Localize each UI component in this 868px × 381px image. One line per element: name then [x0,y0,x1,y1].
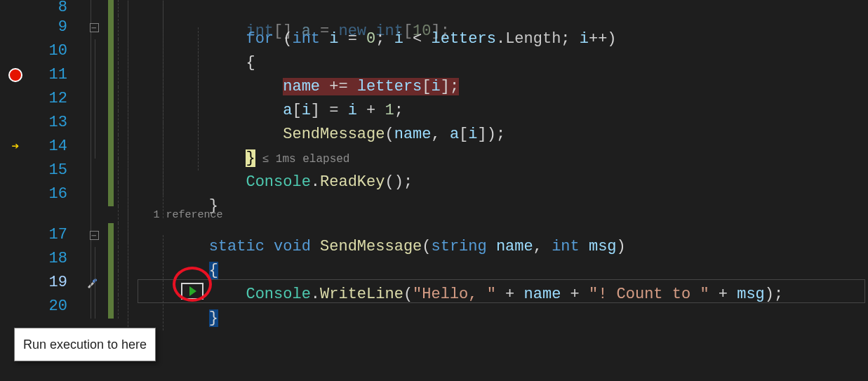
breakpoint-gutter[interactable] [0,111,31,135]
change-indicator [108,295,114,319]
breakpoint-gutter[interactable] [0,182,31,206]
change-indicator [108,111,114,135]
line-number: 13 [31,111,80,135]
change-indicator [108,159,114,182]
breakpoint-gutter[interactable] [0,223,31,247]
change-indicator [108,182,114,206]
line-number: 15 [31,159,80,182]
code-line[interactable]: 20 } [0,295,868,319]
breakpoint-gutter[interactable] [0,295,31,319]
fold-gutter[interactable]: − [80,223,108,247]
fold-gutter[interactable] [80,159,108,182]
run-to-here-button[interactable] [181,283,203,300]
change-indicator [108,247,114,271]
breakpoint-gutter[interactable] [0,87,31,111]
fold-gutter[interactable] [80,63,108,87]
change-indicator [108,0,114,15]
change-indicator [108,15,114,39]
fold-gutter[interactable] [80,182,108,206]
fold-gutter[interactable] [80,39,108,63]
line-number: 17 [31,223,80,247]
line-number: 12 [31,87,80,111]
fold-gutter[interactable] [80,135,108,159]
line-number: 9 [31,15,80,39]
breakpoint-gutter[interactable] [0,15,31,39]
fold-gutter[interactable] [80,111,108,135]
breakpoint-gutter[interactable]: ➔ [0,135,31,159]
fold-gutter[interactable]: − [80,15,108,39]
fold-gutter[interactable] [80,0,108,15]
change-indicator [108,223,114,247]
breakpoint-gutter[interactable] [0,247,31,271]
fold-gutter[interactable] [80,295,108,319]
change-indicator [108,63,114,87]
breakpoint-gutter[interactable] [0,271,31,295]
line-number: 11 [31,63,80,87]
fold-gutter[interactable] [80,87,108,111]
line-number: 19 [31,271,80,295]
code-editor[interactable]: 8 int[] a = new int[10]; 9 − for (int i … [0,0,868,381]
current-statement-arrow-icon: ➔ [12,135,20,159]
line-number: 20 [31,295,80,319]
breakpoint-gutter[interactable] [0,159,31,182]
change-indicator [108,135,114,159]
collapse-icon[interactable]: − [90,231,99,240]
line-number: 10 [31,39,80,63]
play-icon [189,286,196,296]
change-indicator [108,271,114,295]
line-number: 18 [31,247,80,271]
change-indicator [108,39,114,63]
breakpoint-gutter[interactable] [0,63,31,87]
quick-actions-icon[interactable] [84,275,100,290]
line-number: 14 [31,135,80,159]
breakpoint-gutter[interactable] [0,0,31,15]
fold-gutter[interactable] [80,247,108,271]
collapse-icon[interactable]: − [90,23,99,32]
tooltip: Run execution to here [14,328,156,361]
line-number: 16 [31,182,80,206]
change-indicator [108,87,114,111]
breakpoint-icon[interactable] [8,68,22,82]
breakpoint-gutter[interactable] [0,39,31,63]
